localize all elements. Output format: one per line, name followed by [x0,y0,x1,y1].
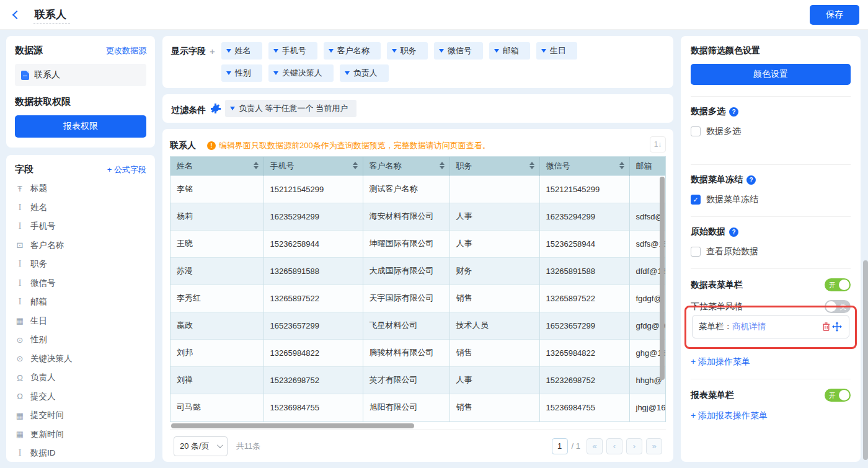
help-icon[interactable]: ? [729,227,738,237]
table-cell: 大成国际有限公司 [363,257,450,285]
datasource-item[interactable]: 联系人 [15,64,146,86]
chevron-down-icon [226,49,231,53]
raw-data-checkbox-row[interactable]: 查看原始数据 [691,246,851,257]
color-settings-section: 数据筛选颜色设置 颜色设置 [691,36,851,97]
date-icon: ▦ [15,316,25,325]
table-cell: 15236258944 [539,230,629,257]
field-item[interactable]: Ω负责人 [15,368,146,387]
field-item[interactable]: I姓名 [15,198,146,218]
field-item[interactable]: ⊙性别 [15,330,146,350]
display-field-chips: 姓名手机号客户名称职务微信号邮箱生日性别关键决策人负责人 [221,42,577,82]
table-horizontal-scrollbar[interactable] [171,423,414,428]
page-number-input[interactable]: 1 [552,438,568,454]
table-cell: 15232698752 [539,366,629,394]
field-item[interactable]: I职务 [15,255,146,274]
field-item[interactable]: ▦更新时间 [15,425,146,444]
column-header[interactable]: 职务 [450,157,539,175]
move-icon[interactable] [831,322,843,332]
field-item[interactable]: I微信号 [15,274,146,293]
display-field-chip[interactable]: 微信号 [434,42,483,60]
field-item[interactable]: I邮箱 [15,293,146,312]
field-item[interactable]: ⊡客户名称 [15,236,146,255]
add-action-menu-link[interactable]: + 添加操作菜单 [691,356,750,368]
column-header[interactable]: 手机号 [264,157,363,175]
table-horizontal-scroll-track [170,422,666,430]
field-item-label: 性别 [30,334,47,345]
column-header[interactable]: 客户名称 [363,157,450,175]
help-icon[interactable]: ? [729,107,738,117]
page-title[interactable]: 联系人 [33,7,70,24]
chip-label: 职务 [401,45,417,56]
field-item-label: 关键决策人 [30,353,73,364]
report-menu-toggle[interactable]: 开 [825,389,851,402]
multi-select-checkbox[interactable] [691,126,701,136]
data-table: 姓名手机号客户名称职务微信号邮箱 李铭152121545299测试客户名称152… [170,157,666,422]
filter-condition-chip[interactable]: 负责人 等于任意一个 当前用户 [225,100,356,117]
field-item[interactable]: I数据ID [15,444,146,462]
table-cell: 13265984822 [539,339,629,366]
field-item[interactable]: ▦提交时间 [15,406,146,425]
field-item[interactable]: I手机号 [15,217,146,236]
sort-order-button[interactable]: 1↓ [650,136,666,152]
text-icon: I [15,203,25,213]
display-field-chip[interactable]: 职务 [387,42,428,60]
warning-text: 编辑界面只取数据源前200条作为查询数据预览，完整数据请访问页面查看。 [219,140,490,151]
red-annotation-box: 菜单栏： 商机详情 [684,306,857,349]
multi-select-checkbox-row[interactable]: 数据多选 [691,126,851,137]
menu-freeze-checkbox-row[interactable]: ✓ 数据菜单冻结 [691,194,851,205]
field-item[interactable]: ▦生日 [15,312,146,331]
chip-label: 负责人 [353,68,378,79]
column-header[interactable]: 邮箱 [629,157,666,175]
column-header[interactable]: 微信号 [539,157,629,175]
last-page-button[interactable]: » [646,438,662,454]
add-display-field-button[interactable]: + [206,42,215,56]
table-cell: 腾骏材料有限公司 [363,339,450,366]
help-icon[interactable]: ? [746,175,756,185]
change-datasource-link[interactable]: 更改数据源 [106,45,146,56]
add-report-action-menu-link[interactable]: + 添加报表操作菜单 [691,410,768,422]
raw-data-checkbox[interactable] [691,247,701,257]
report-permission-button[interactable]: 报表权限 [15,115,146,138]
table-cell: 销售 [450,339,539,366]
column-header[interactable]: 姓名 [170,157,264,175]
menu-bar-item-value[interactable]: 商机详情 [732,321,766,332]
display-field-chip[interactable]: 关键决策人 [268,64,334,82]
raw-data-title: 原始数据 [691,226,725,237]
save-button[interactable]: 保存 [810,5,859,25]
display-field-chip[interactable]: 负责人 [340,64,389,82]
display-fields-card: 显示字段 + 姓名手机号客户名称职务微信号邮箱生日性别关键决策人负责人 [162,36,673,88]
column-header-label: 职务 [456,161,472,170]
text-icon: I [15,448,25,458]
field-item[interactable]: Ω提交人 [15,387,146,407]
field-item[interactable]: Ŧ标题 [15,179,146,198]
first-page-button[interactable]: « [587,438,603,454]
field-item-label: 负责人 [30,372,56,383]
gear-icon[interactable] [211,104,220,113]
display-field-chip[interactable]: 手机号 [268,42,317,60]
table-menu-toggle[interactable]: 开 [825,278,851,291]
table-row: 王晓15236258944坤曜国际有限公司人事15236258944sdfs@1… [170,230,666,257]
middle-column: 显示字段 + 姓名手机号客户名称职务微信号邮箱生日性别关键决策人负责人 过滤条件… [162,36,673,462]
back-button[interactable] [9,7,25,23]
table-row: 刘邦13265984822腾骏材料有限公司销售13265984822ghg@16 [170,339,666,366]
display-field-chip[interactable]: 姓名 [221,42,262,60]
color-settings-title: 数据筛选颜色设置 [691,45,851,56]
toggle-knob [839,390,849,400]
next-page-button[interactable]: › [626,438,642,454]
report-menu-section: 报表菜单栏 开 + 添加报表操作菜单 [691,379,851,433]
menu-freeze-checkbox[interactable]: ✓ [691,195,701,205]
display-field-chip[interactable]: 性别 [221,64,262,82]
formula-field-link[interactable]: + 公式字段 [107,164,146,175]
page-scrollbar[interactable] [863,260,868,460]
prev-page-button[interactable]: ‹ [606,438,622,454]
page-size-select[interactable]: 20 条/页 [174,436,228,456]
display-field-chip[interactable]: 客户名称 [324,42,381,60]
table-vertical-scrollbar[interactable] [660,177,665,380]
display-field-chip[interactable]: 生日 [536,42,577,60]
display-field-chip[interactable]: 邮箱 [489,42,530,60]
table-cell: 王晓 [170,230,264,257]
field-item[interactable]: ⊙关键决策人 [15,350,146,369]
trash-icon[interactable] [820,322,831,332]
menu-bar-item[interactable]: 菜单栏： 商机详情 [692,315,849,338]
color-settings-button[interactable]: 颜色设置 [691,64,851,85]
